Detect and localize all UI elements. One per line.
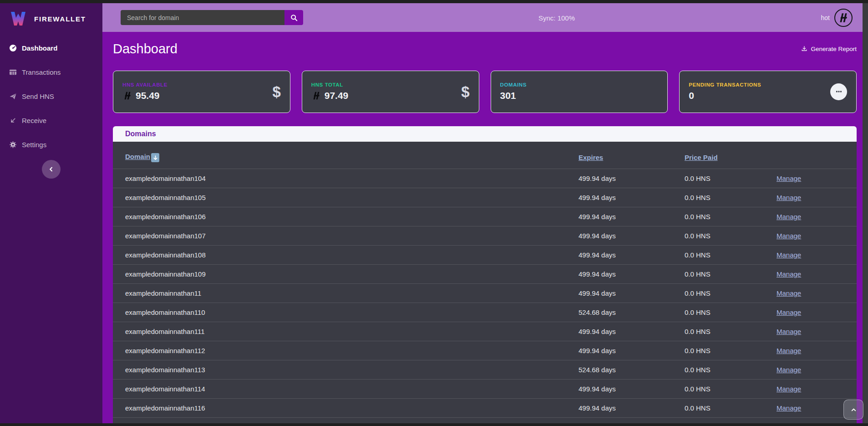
price-paid-cell: 0.0 HNS [685, 265, 777, 284]
manage-link[interactable]: Manage [777, 347, 801, 354]
handshake-logo-icon[interactable] [834, 9, 853, 27]
main-content: Dashboard Generate Report HNS AVAILABLE … [102, 32, 863, 426]
table-icon [9, 68, 17, 76]
price-paid-cell: 0.0 HNS [685, 284, 777, 303]
pending-actions-button[interactable] [830, 83, 847, 100]
manage-link[interactable]: Manage [777, 328, 801, 335]
table-row: exampledomainnathan111 499.94 days 0.0 H… [113, 322, 857, 341]
table-row: exampledomainnathan106 499.94 days 0.0 H… [113, 207, 857, 226]
sidebar-item-label: Settings [22, 141, 46, 149]
expires-cell: 499.94 days [579, 322, 685, 341]
domain-cell: exampledomainnathan113 [113, 360, 579, 380]
sidebar-item-settings[interactable]: Settings [0, 133, 102, 157]
table-row: exampledomainnathan109 499.94 days 0.0 H… [113, 265, 857, 284]
tachometer-icon [9, 44, 17, 52]
price-paid-cell: 0.0 HNS [685, 322, 777, 341]
sort-descending-icon [151, 153, 159, 162]
search-input[interactable] [121, 10, 284, 25]
price-paid-cell: 0.0 HNS [685, 399, 777, 418]
price-paid-cell: 0.0 HNS [685, 303, 777, 322]
gear-icon [9, 141, 17, 149]
brand[interactable]: FIREWALLET [0, 3, 102, 31]
manage-link[interactable]: Manage [777, 308, 801, 316]
price-paid-cell: 0.0 HNS [685, 169, 777, 188]
app-window: FIREWALLET Dashboard Transactions Send H… [0, 0, 868, 426]
generate-report-button[interactable]: Generate Report [801, 46, 857, 52]
sidebar-item-dashboard[interactable]: Dashboard [0, 36, 102, 60]
table-row: exampledomainnathan113 524.68 days 0.0 H… [113, 360, 857, 380]
domain-search [121, 10, 303, 25]
manage-link[interactable]: Manage [777, 213, 801, 221]
sync-status: Sync: 100% [538, 14, 575, 21]
column-header-price-paid[interactable]: Price Paid [685, 154, 718, 161]
sidebar-item-label: Transactions [22, 68, 61, 76]
page-header: Dashboard Generate Report [113, 41, 857, 57]
domain-cell: exampledomainnathan116 [113, 399, 579, 418]
paper-plane-icon [9, 92, 17, 100]
brand-name: FIREWALLET [34, 15, 86, 23]
stat-card-label: PENDING TRANSACTIONS [689, 82, 830, 87]
page-scrollbar[interactable] [863, 3, 868, 426]
price-paid-cell: 0.0 HNS [685, 188, 777, 207]
topbar-wallet: hot [821, 3, 853, 32]
dollar-icon: $ [272, 84, 280, 99]
expires-cell: 499.94 days [579, 341, 685, 360]
stat-card-label: HNS AVAILABLE [122, 82, 272, 87]
domain-cell: exampledomainnathan109 [113, 265, 579, 284]
topbar: Sync: 100% hot [102, 3, 863, 32]
expires-cell: 524.68 days [579, 360, 685, 380]
sidebar-item-transactions[interactable]: Transactions [0, 60, 102, 84]
search-button[interactable] [284, 10, 303, 25]
expires-cell: 499.94 days [579, 207, 685, 226]
domain-cell: exampledomainnathan11 [113, 284, 579, 303]
expires-cell: 499.94 days [579, 399, 685, 418]
sidebar-item-receive[interactable]: Receive [0, 108, 102, 133]
firewallet-logo-icon [8, 9, 28, 29]
column-header-domain[interactable]: Domain [125, 153, 150, 160]
chevron-up-icon [850, 406, 857, 413]
table-row: exampledomainnathan112 499.94 days 0.0 H… [113, 341, 857, 360]
stat-card-value: 0 [689, 90, 694, 101]
window-bottom-strip [0, 423, 868, 426]
stat-card-pending-transactions: PENDING TRANSACTIONS 0 [679, 71, 857, 113]
table-row: exampledomainnathan110 524.68 days 0.0 H… [113, 303, 857, 322]
stat-card-label: DOMAINS [500, 82, 659, 87]
window-top-strip [0, 0, 868, 3]
manage-link[interactable]: Manage [777, 175, 801, 182]
manage-link[interactable]: Manage [777, 404, 801, 412]
stat-cards-row: HNS AVAILABLE 95.49 $ HNS TOTAL [113, 71, 857, 113]
manage-link[interactable]: Manage [777, 194, 801, 201]
stat-card-hns-total: HNS TOTAL 97.49 $ [302, 71, 479, 113]
manage-link[interactable]: Manage [777, 232, 801, 240]
domains-panel: Domains Domain Expires Price Paid [113, 126, 857, 426]
expires-cell: 499.94 days [579, 169, 685, 188]
expires-cell: 499.94 days [579, 380, 685, 399]
domain-cell: exampledomainnathan110 [113, 303, 579, 322]
manage-link[interactable]: Manage [777, 251, 801, 259]
domain-cell: exampledomainnathan108 [113, 246, 579, 265]
manage-link[interactable]: Manage [777, 270, 801, 278]
manage-link[interactable]: Manage [777, 366, 801, 374]
sidebar-item-send-hns[interactable]: Send HNS [0, 84, 102, 108]
column-header-expires[interactable]: Expires [579, 154, 603, 161]
domain-cell: exampledomainnathan112 [113, 341, 579, 360]
sidebar-collapse-button[interactable] [42, 160, 61, 179]
domain-cell: exampledomainnathan106 [113, 207, 579, 226]
table-row: exampledomainnathan108 499.94 days 0.0 H… [113, 246, 857, 265]
hns-logo-icon [311, 91, 321, 101]
stat-card-value: 301 [500, 90, 516, 101]
price-paid-cell: 0.0 HNS [685, 360, 777, 380]
table-row: exampledomainnathan105 499.94 days 0.0 H… [113, 188, 857, 207]
page-title: Dashboard [113, 41, 178, 57]
expires-cell: 499.94 days [579, 226, 685, 246]
domain-cell: exampledomainnathan114 [113, 380, 579, 399]
domain-cell: exampledomainnathan105 [113, 188, 579, 207]
dollar-icon: $ [461, 84, 469, 99]
manage-link[interactable]: Manage [777, 385, 801, 393]
manage-link[interactable]: Manage [777, 289, 801, 297]
hns-logo-icon [122, 91, 132, 101]
scroll-to-top-button[interactable] [843, 400, 863, 420]
price-paid-cell: 0.0 HNS [685, 246, 777, 265]
ellipsis-icon [835, 87, 843, 96]
expires-cell: 499.94 days [579, 246, 685, 265]
